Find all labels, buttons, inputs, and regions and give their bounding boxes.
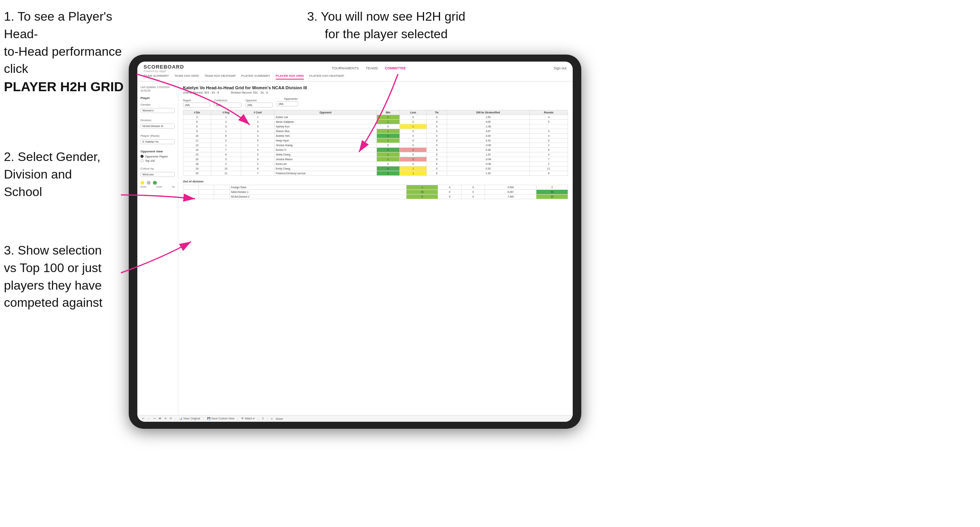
cell-reg: 1 xyxy=(211,143,241,148)
ood-row: Foreign Team 1 0 0 4.500 2 xyxy=(183,185,568,190)
cell-tie: 0 xyxy=(427,138,447,143)
colour-by-label: Colour by xyxy=(140,167,175,170)
main-content: Last Updated: 27/03/2024 16:55:38 Player… xyxy=(137,81,573,415)
table-row: 11 2 5 Heejo Hyun 1 0 0 3.33 3 xyxy=(183,138,568,143)
cell-win: 1 xyxy=(376,120,399,124)
opponent-select[interactable]: (All) xyxy=(245,103,273,108)
sub-team-h2h-heatmap[interactable]: TEAM H2H HEATMAP xyxy=(204,74,236,80)
toolbar-sep3: | xyxy=(238,417,238,420)
cell-rounds: 4 xyxy=(529,152,568,157)
cell-diff: 1.33 xyxy=(447,171,529,176)
cell-conf: 6 xyxy=(241,166,275,171)
cell-win: 4 xyxy=(376,166,399,171)
ood-rounds: 2 xyxy=(536,185,568,190)
cell-div: 14 xyxy=(183,148,211,152)
cell-div: 5 xyxy=(183,120,211,124)
cell-win: 1 xyxy=(376,129,399,134)
toolbar-download[interactable]: ↧ xyxy=(262,417,264,420)
cell-conf: 3 xyxy=(241,124,275,129)
sub-player-summary[interactable]: PLAYER SUMMARY xyxy=(241,74,270,80)
cell-loss: 0 xyxy=(399,152,427,157)
toolbar-menu[interactable]: ≡ xyxy=(271,417,273,420)
cell-loss: 1 xyxy=(399,171,427,176)
cell-loss: 0 xyxy=(399,143,427,148)
cell-rounds: 3 xyxy=(529,129,568,134)
opponent-filter-label: Opponent xyxy=(245,99,273,102)
toolbar-refresh[interactable]: ⟳ xyxy=(170,417,172,420)
toolbar-sep4: | xyxy=(258,417,259,420)
cell-opponent: Andrea York xyxy=(275,134,377,138)
cell-diff: 0.38 xyxy=(447,148,529,152)
cell-reg: 6 xyxy=(211,134,241,138)
cell-tie: 0 xyxy=(427,157,447,162)
toolbar-swap[interactable]: ⇄ xyxy=(159,417,161,420)
cell-diff: -0.94 xyxy=(447,157,529,162)
sub-team-summary[interactable]: TEAM SUMMARY xyxy=(144,74,169,80)
cell-diff: -3.00 xyxy=(447,143,529,148)
region-select[interactable]: (All) xyxy=(183,103,210,108)
cell-opponent: Federica Domecq Lacroze xyxy=(275,171,377,176)
cell-reg: 2 xyxy=(211,120,241,124)
toolbar-undo2[interactable]: ⟲ xyxy=(164,417,167,420)
opponents-filter-select[interactable]: (All) xyxy=(277,101,298,106)
conference-label: Conference xyxy=(214,99,241,102)
cell-div: 3 xyxy=(183,115,211,120)
table-row: 10 6 3 Andrea York 2 0 0 4.00 4 xyxy=(183,134,568,138)
grid-title: Katelyn Vo Head-to-Head Grid for Women's… xyxy=(183,85,568,90)
colour-by-select[interactable]: Win/Loss xyxy=(140,172,175,177)
cell-rounds: 9 xyxy=(529,148,568,152)
cell-opponent: Sharon Mun xyxy=(275,129,377,134)
cell-conf: 1 xyxy=(241,143,275,148)
ood-empty2 xyxy=(199,185,214,190)
nav-bar: SCOREBOARD Powered by clippd TOURNAMENTS… xyxy=(137,62,573,81)
cell-win: 1 xyxy=(376,115,399,120)
cell-reg: 3 xyxy=(211,124,241,129)
toolbar-undo[interactable]: ↩ xyxy=(142,417,144,420)
nav-sign-out[interactable]: Sign out xyxy=(554,66,566,70)
cell-win: 0 xyxy=(376,162,399,166)
sub-team-h2h-grid[interactable]: TEAM H2H GRID xyxy=(174,74,199,80)
nav-teams[interactable]: TEAMS xyxy=(366,66,378,70)
last-updated: Last Updated: 27/03/2024 16:55:38 xyxy=(140,85,175,92)
cell-rounds xyxy=(529,124,568,129)
toolbar-view-original[interactable]: 📊 View: Original xyxy=(179,417,200,420)
cell-conf: 4 xyxy=(241,148,275,152)
cell-win: 2 xyxy=(376,134,399,138)
nav-committee[interactable]: COMMITTEE xyxy=(385,66,406,70)
table-row: 16 3 4 Jessica Mason 1 2 0 -0.94 7 xyxy=(183,157,568,162)
toolbar-save-custom[interactable]: 💾 Save Custom View xyxy=(207,417,234,420)
cell-loss: 2 xyxy=(399,148,427,152)
cell-tie: 0 xyxy=(427,148,447,152)
instruction-bot-left: 3. Show selection vs Top 100 or just pla… xyxy=(4,242,129,311)
ood-diff: 4.500 xyxy=(485,185,536,190)
colour-labels: Down Level Up xyxy=(140,186,175,188)
toolbar-watch[interactable]: 👁 Watch ▾ xyxy=(241,417,254,420)
toolbar-share[interactable]: Share xyxy=(276,417,283,420)
ood-row: NAIA Division 1 15 0 0 9.267 30 xyxy=(183,190,568,195)
ood-table: Foreign Team 1 0 0 4.500 2 NAIA Division… xyxy=(183,185,568,199)
cell-win: 1 xyxy=(376,157,399,162)
cell-loss: 0 xyxy=(399,138,427,143)
radio-opponents-played[interactable]: Opponents Played xyxy=(140,155,175,158)
radio-top-100[interactable]: Top 100 xyxy=(140,159,175,162)
division-select[interactable]: NCAA Division III xyxy=(140,124,175,129)
cell-tie: 0 xyxy=(427,143,447,148)
cell-diff: -1.00 xyxy=(447,124,529,129)
filter-conference: Conference (All) xyxy=(214,99,241,108)
player-rank-select[interactable]: 8. Katelyn Vo xyxy=(140,139,175,144)
cell-tie: 0 xyxy=(427,162,447,166)
sub-player-h2h-grid[interactable]: PLAYER H2H GRID xyxy=(276,74,304,80)
nav-tournaments[interactable]: TOURNAMENTS xyxy=(332,66,359,70)
toolbar-redo[interactable]: ↪ xyxy=(153,417,156,420)
toolbar-left[interactable]: ← xyxy=(147,417,150,420)
conference-select[interactable]: (All) xyxy=(214,103,241,108)
sub-player-h2h-heatmap[interactable]: PLAYER H2H HEATMAP xyxy=(309,74,344,80)
ood-empty3 xyxy=(214,190,230,195)
gender-select[interactable]: Women's xyxy=(140,108,175,113)
cell-rounds: 4 xyxy=(529,134,568,138)
bottom-toolbar: ↩ ← ↪ ⇄ ⟲ ⟳ | 📊 View: Original | 💾 Save … xyxy=(137,415,573,422)
ood-diff: 9.267 xyxy=(485,190,536,195)
cell-tie: 0 xyxy=(427,115,447,120)
cell-loss: 2 xyxy=(399,157,427,162)
cell-opponent: Alexis Sudjianto xyxy=(275,120,377,124)
